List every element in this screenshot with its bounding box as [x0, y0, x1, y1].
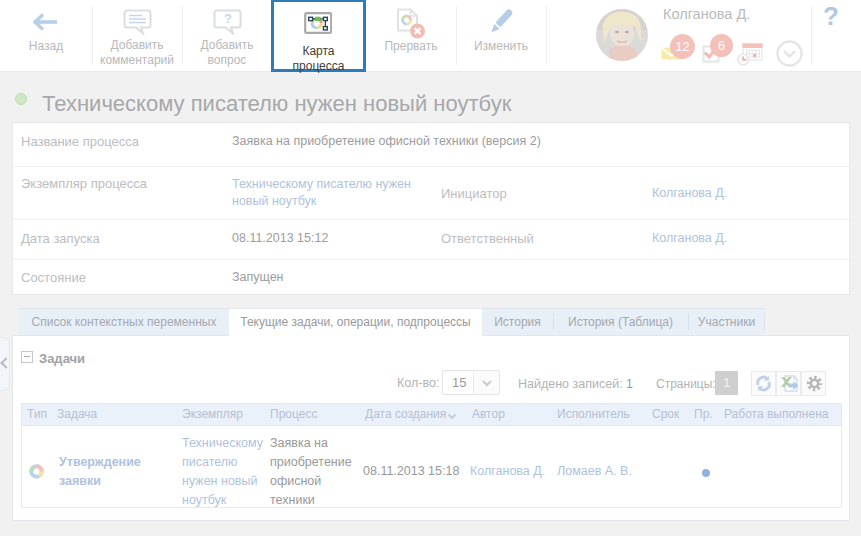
- svg-text:?: ?: [224, 11, 232, 26]
